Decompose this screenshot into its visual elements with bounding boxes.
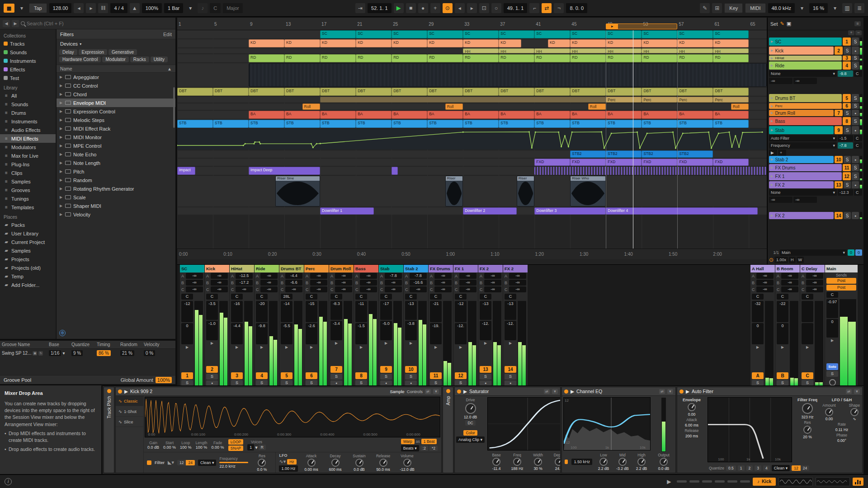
new-button[interactable]: + [430, 3, 440, 13]
param-value[interactable]: -7.8 [838, 142, 853, 149]
quantize-option-3[interactable]: 3 [755, 465, 761, 471]
knob-control[interactable] [331, 459, 340, 467]
record-button[interactable]: ● [418, 3, 428, 13]
sidebar-item-max-for-live[interactable]: ≡Max for Live [0, 151, 56, 160]
clip[interactable]: KD [499, 39, 521, 47]
send-value[interactable]: -∞ [310, 286, 327, 292]
filter-shape-icon[interactable]: ◣▾ [168, 460, 174, 465]
volume-knob-group[interactable]: Volume-12.0 dB [397, 454, 418, 472]
main-track-chooser[interactable]: Main▾ [780, 249, 847, 256]
send-value[interactable]: -∞ [781, 286, 798, 292]
track-number-badge[interactable]: 1 [843, 38, 851, 46]
sidebar-item-clips[interactable]: ≡Clips [0, 169, 56, 177]
lfo-group[interactable]: LFO∿▾Hz1.00 Hz [279, 453, 297, 472]
volume-value[interactable]: -20 [256, 301, 268, 322]
color-toggle[interactable]: Color [463, 430, 477, 436]
clip[interactable] [249, 63, 767, 87]
send-value[interactable]: -∞ [360, 280, 377, 286]
clip[interactable]: STB [249, 120, 284, 128]
knob-control[interactable] [534, 458, 542, 466]
send-value[interactable]: -∞ [211, 286, 228, 292]
filter-type-dropdown[interactable]: Clean ▾ [198, 460, 217, 466]
clip[interactable]: Perc [606, 97, 642, 103]
output-knob-group[interactable]: Output0.0 dB [653, 453, 674, 471]
lane-expand-button[interactable]: ▶ [769, 150, 777, 156]
device-chooser[interactable]: None▾ [769, 189, 837, 196]
send-value[interactable]: -4.4 [285, 273, 302, 279]
collapse-arrow-icon[interactable]: ▶ [571, 389, 574, 394]
device-list-item[interactable]: ▶Chord [57, 90, 175, 99]
peak-value[interactable]: 0 [826, 319, 838, 338]
track-arm-button[interactable]: ● [852, 47, 859, 55]
time-signature-display[interactable]: 4 / 4 [110, 3, 127, 13]
playback-speed-value[interactable]: 1.00x [774, 257, 788, 263]
lfo-shape-group[interactable]: Shape∿ [844, 403, 863, 421]
track-arm-button[interactable]: ● [852, 181, 859, 188]
clip-slot[interactable] [702, 480, 712, 483]
track-name[interactable]: ▶Kick [769, 47, 834, 55]
strip-track-name[interactable]: Main [825, 265, 858, 272]
send-value[interactable]: -∞ [459, 273, 476, 279]
clip[interactable]: BA [713, 111, 749, 119]
send-value[interactable]: -∞ [509, 280, 526, 286]
clip[interactable]: SC [392, 30, 427, 38]
clip[interactable] [534, 167, 767, 175]
clip[interactable]: HH [642, 48, 677, 53]
clip[interactable]: Riser Sine [275, 176, 320, 206]
scale-name-display[interactable]: Major [223, 3, 243, 13]
browser-back-button[interactable]: ◀ [3, 20, 10, 27]
clip[interactable]: DBT [427, 88, 463, 96]
strip-track-name[interactable]: Stab [379, 265, 403, 272]
clip[interactable]: Perc [713, 97, 749, 103]
clip[interactable]: Downlifter 4 [606, 207, 758, 215]
sidebar-item-templates[interactable]: ≡Templates [0, 203, 56, 211]
clip[interactable]: HH [463, 48, 499, 53]
clip[interactable]: KD [677, 39, 713, 47]
lock-icon[interactable]: ▣ [787, 21, 791, 27]
device-list-item[interactable]: ▶CC Control [57, 81, 175, 90]
track-solo-button[interactable]: S [844, 47, 851, 55]
expand-arrow-icon[interactable]: ▶ [60, 178, 63, 182]
clip[interactable]: DBT [213, 88, 249, 96]
clip[interactable]: DBT [713, 88, 749, 96]
pan-value[interactable]: C [455, 294, 467, 300]
voices-group[interactable]: Voices1▾R [247, 440, 266, 450]
expand-arrow-icon[interactable]: ▶ [60, 101, 63, 105]
double-tempo-button[interactable]: *2 [429, 446, 438, 451]
strip-track-name[interactable]: FX 2 [478, 265, 503, 272]
solo-button[interactable]: S [480, 374, 491, 380]
freq-knob[interactable] [802, 403, 813, 414]
device-on-toggle[interactable] [446, 389, 450, 393]
send-value[interactable]: -∞ [806, 273, 823, 279]
sidebar-item-instruments[interactable]: Instruments [0, 56, 56, 65]
collapse-arrow-icon[interactable]: ▶ [124, 389, 128, 394]
filters-edit-button[interactable]: Edit [163, 32, 172, 37]
filter-tag[interactable]: Delay [59, 49, 77, 55]
track-number-badge[interactable]: 8 [843, 117, 851, 125]
back-to-arrangement-button[interactable]: ⊡ [479, 3, 489, 13]
send-value[interactable]: -∞ [385, 286, 402, 292]
strip-track-name[interactable]: A Hall [750, 265, 775, 272]
lfo-hz-toggle[interactable]: Hz [287, 459, 296, 465]
device-on-toggle[interactable] [457, 389, 461, 394]
volume-value[interactable]: -12 [181, 301, 193, 322]
device-list-item[interactable]: ▶Expression Control [57, 107, 175, 116]
value-box[interactable]: -1.5 [838, 135, 853, 141]
volume-value[interactable]: -13 [480, 301, 491, 320]
filter-type-dropdown[interactable]: Clean ▾ [772, 465, 790, 471]
pan-value[interactable]: C [430, 294, 442, 300]
peak-value[interactable]: -3.8 [405, 321, 417, 340]
device-list-item[interactable]: ▶Random [57, 176, 175, 184]
pan-value[interactable]: C [854, 135, 862, 141]
filter-tag[interactable]: Racks [130, 56, 149, 62]
pan-value[interactable]: C [256, 294, 268, 300]
track-header-stab-2[interactable]: ▶Stab 210S● [768, 156, 863, 163]
clip[interactable]: DBT [463, 88, 499, 96]
clip[interactable]: SC [606, 30, 642, 38]
loop-button[interactable]: ⇄ [542, 3, 552, 13]
filter-on-toggle[interactable] [147, 460, 151, 465]
clip[interactable]: SC [320, 30, 356, 38]
clip[interactable]: SC [463, 30, 499, 38]
peak-value[interactable]: -12. [505, 321, 516, 340]
zoom-in-button[interactable]: + [848, 30, 854, 35]
